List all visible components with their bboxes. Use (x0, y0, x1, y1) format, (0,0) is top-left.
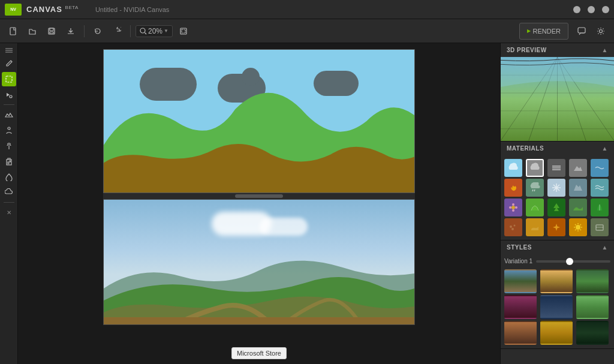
tool-fill[interactable] (2, 88, 16, 102)
tool-plant[interactable] (2, 139, 16, 153)
style-tile-2[interactable] (540, 269, 573, 293)
style-tile-4[interactable] (504, 295, 537, 319)
material-jungle[interactable] (591, 198, 609, 216)
svg-rect-0 (10, 28, 16, 35)
tool-select[interactable] (2, 72, 16, 86)
redo-button[interactable] (109, 23, 125, 40)
minimize-button[interactable] (573, 6, 580, 13)
material-water[interactable] (591, 159, 609, 177)
preview-3d-grid (501, 57, 614, 141)
material-dirt[interactable] (504, 218, 522, 236)
material-hills-green[interactable] (569, 198, 587, 216)
svg-point-4 (140, 28, 145, 33)
section-styles-header[interactable]: STYLES ▲ (501, 240, 614, 254)
section-materials-header[interactable]: MATERIALS ▲ (501, 142, 614, 155)
tool-building[interactable] (2, 154, 16, 169)
maximize-button[interactable] (588, 6, 595, 13)
material-rain-cloud[interactable] (526, 179, 544, 197)
material-forest[interactable] (547, 198, 565, 216)
export-button[interactable] (62, 23, 79, 40)
section-styles: STYLES ▲ Variation 1 (501, 240, 614, 349)
drawing-canvas[interactable] (103, 49, 415, 193)
zoom-level-label: 20% (148, 27, 162, 35)
style-tile-9[interactable] (576, 321, 609, 345)
toolbar-separator-1 (84, 25, 85, 37)
material-flower[interactable] (504, 198, 522, 216)
main-layout: ✕ (0, 43, 614, 364)
material-grass[interactable] (526, 198, 544, 216)
save-file-button[interactable] (43, 23, 60, 40)
render-button[interactable]: RENDER (519, 23, 568, 40)
material-container[interactable] (591, 218, 609, 236)
svg-point-35 (512, 203, 514, 206)
scroll-track[interactable] (235, 194, 283, 198)
svg-point-42 (511, 228, 514, 230)
right-panel: 3D PREVIEW ▲ (500, 43, 614, 364)
canvas-area[interactable]: Microsoft Store (18, 43, 500, 364)
svg-point-41 (514, 225, 516, 227)
material-cliff[interactable] (569, 179, 587, 197)
svg-rect-19 (104, 317, 414, 324)
titlebar-controls (573, 6, 609, 13)
open-file-button[interactable] (24, 23, 41, 40)
svg-rect-2 (50, 28, 53, 31)
tool-landscape[interactable] (2, 107, 16, 122)
variation-label: Variation 1 (504, 258, 532, 264)
preview-canvas (103, 199, 415, 325)
style-tile-7[interactable] (504, 321, 537, 345)
tool-brush[interactable] (2, 56, 16, 71)
close-button[interactable] (602, 6, 609, 13)
sidebar-handle[interactable] (2, 46, 16, 55)
tool-water[interactable] (2, 170, 16, 184)
tooltip: Microsoft Store (231, 347, 287, 359)
style-tile-5[interactable] (540, 295, 573, 319)
material-mountain[interactable] (569, 159, 587, 177)
material-sand[interactable] (526, 218, 544, 236)
section-3d-preview-header[interactable]: 3D PREVIEW ▲ (501, 43, 614, 57)
style-tile-3[interactable] (576, 269, 609, 293)
material-fire[interactable] (504, 179, 522, 197)
titlebar: NV CANVAS BETA Untitled - NVIDIA Canvas (0, 0, 614, 19)
zoom-control[interactable]: 20% ▼ (136, 25, 173, 37)
svg-rect-3 (50, 32, 53, 34)
material-sparkle[interactable] (547, 218, 565, 236)
left-sidebar: ✕ (0, 43, 18, 364)
section-materials: MATERIALS ▲ (501, 142, 614, 240)
chat-button[interactable] (573, 23, 590, 40)
window-title-label: Untitled - NVIDIA Canvas (95, 6, 170, 13)
style-tile-8[interactable] (540, 321, 573, 345)
tool-cloud[interactable] (2, 185, 16, 200)
material-sun[interactable] (569, 218, 587, 236)
material-cloud-selected[interactable] (526, 159, 544, 177)
svg-point-37 (509, 206, 511, 209)
svg-rect-7 (182, 29, 185, 33)
variation-slider[interactable] (536, 260, 610, 263)
sidebar-separator-2 (4, 202, 14, 203)
material-fog[interactable] (547, 159, 565, 177)
sidebar-separator-1 (4, 104, 14, 105)
svg-point-34 (511, 206, 515, 209)
material-snow[interactable] (547, 179, 565, 197)
variation-row: Variation 1 (504, 258, 610, 264)
style-tile-1[interactable] (504, 269, 537, 293)
tool-person[interactable] (2, 123, 16, 137)
section-styles-title: STYLES (507, 244, 532, 251)
svg-rect-17 (8, 162, 9, 164)
section-3d-preview-chevron: ▲ (602, 47, 608, 53)
svg-line-5 (145, 32, 147, 34)
svg-point-9 (600, 29, 603, 32)
fit-screen-button[interactable] (175, 23, 192, 40)
svg-line-33 (534, 189, 535, 191)
slider-thumb[interactable] (566, 258, 573, 265)
undo-button[interactable] (89, 23, 106, 40)
new-file-button[interactable] (5, 23, 22, 40)
svg-rect-13 (6, 76, 12, 82)
render-label: RENDER (533, 28, 561, 35)
tool-extra[interactable]: ✕ (2, 205, 16, 219)
style-tile-6[interactable] (576, 295, 609, 319)
material-sky[interactable] (504, 159, 522, 177)
settings-button[interactable] (592, 23, 609, 40)
material-ocean[interactable] (591, 179, 609, 197)
app-name-label: CANVAS (26, 5, 62, 14)
svg-point-14 (10, 95, 12, 98)
